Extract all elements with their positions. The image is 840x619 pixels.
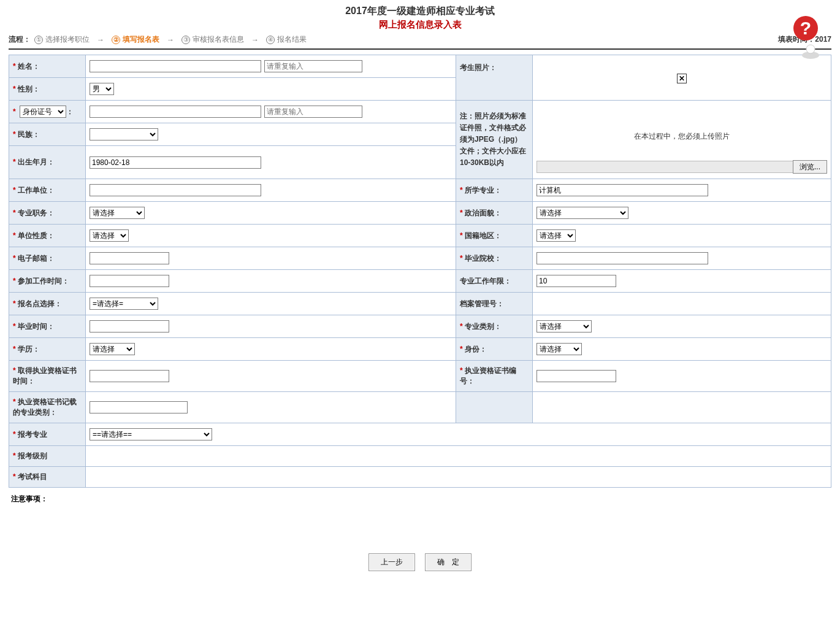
cell-cert-major xyxy=(86,392,456,423)
cert-major-input[interactable] xyxy=(90,401,188,413)
unit-nature-select[interactable]: 请选择 xyxy=(90,229,129,242)
cell-birth xyxy=(86,146,456,179)
cell-photo-upload: 在本过程中，您必须上传照片 浏览... xyxy=(533,101,831,179)
id-confirm-input[interactable] xyxy=(264,106,362,118)
divider xyxy=(9,48,831,50)
grad-school-input[interactable] xyxy=(536,252,708,264)
flow-arrow: → xyxy=(97,36,104,44)
flow-arrow: → xyxy=(167,36,174,44)
cell-ethnicity xyxy=(86,123,456,146)
id-input[interactable] xyxy=(90,106,261,118)
cell-cert-time xyxy=(86,361,456,392)
cell-pro-title: 请选择 xyxy=(86,202,456,225)
label-identity: *身份： xyxy=(456,338,533,361)
label-file-no: 档案管理号： xyxy=(456,293,533,315)
cell-major xyxy=(533,179,831,202)
confirm-button[interactable]: 确 定 xyxy=(425,553,472,571)
prev-button[interactable]: 上一步 xyxy=(368,553,415,571)
label-photo: 考生照片： xyxy=(456,55,533,101)
cell-pro-category: 请选择 xyxy=(533,315,831,338)
flow-bar: 流程： ①选择报考职位 → ②填写报名表 → ③审核报名表信息 → ④报名结果 … xyxy=(0,31,840,47)
cell-grad-time xyxy=(86,315,456,338)
education-select[interactable]: 请选择 xyxy=(90,343,135,355)
flow-step-4: ④报名结果 xyxy=(266,34,307,45)
upload-message: 在本过程中，您必须上传照片 xyxy=(536,131,827,142)
cell-work-years xyxy=(533,270,831,293)
browse-button[interactable]: 浏览... xyxy=(793,160,827,174)
registration-form-table: *姓名： 考生照片： ✕ *性别： 男 * 身份证号： 注：照片必须为标准证件照… xyxy=(9,55,831,488)
reg-point-select[interactable]: =请选择= xyxy=(90,298,158,310)
label-major: *所学专业： xyxy=(456,179,533,202)
major-input[interactable] xyxy=(536,184,708,196)
cell-cert-no xyxy=(533,361,831,392)
email-input[interactable] xyxy=(90,252,169,264)
id-type-select[interactable]: 身份证号 xyxy=(20,106,66,118)
label-grad-school: *毕业院校： xyxy=(456,247,533,270)
cell-name xyxy=(86,55,456,78)
cell-grad-school xyxy=(533,247,831,270)
cert-time-input[interactable] xyxy=(90,370,169,382)
page-subtitle: 网上报名信息录入表 xyxy=(0,19,840,31)
label-birth: *出生年月： xyxy=(9,146,86,179)
pro-category-select[interactable]: 请选择 xyxy=(536,320,592,333)
politics-select[interactable]: 请选择 xyxy=(536,207,628,219)
label-work-unit: *工作单位： xyxy=(9,179,86,202)
cell-id xyxy=(86,101,456,123)
flow-step-3: ③审核报名表信息 xyxy=(181,34,244,45)
cert-no-input[interactable] xyxy=(536,370,616,382)
flow-arrow: → xyxy=(251,36,259,44)
cell-empty-value xyxy=(533,392,831,423)
cell-unit-nature: 请选择 xyxy=(86,225,456,247)
cell-identity: 请选择 xyxy=(533,338,831,361)
cell-education: 请选择 xyxy=(86,338,456,361)
pro-title-select[interactable]: 请选择 xyxy=(90,207,145,219)
label-ethnicity: *民族： xyxy=(9,123,86,146)
cell-join-work xyxy=(86,270,456,293)
label-photo-note: 注：照片必须为标准证件照，文件格式必须为JPEG（.jpg）文件；文件大小应在1… xyxy=(456,101,533,179)
page-title: 2017年度一级建造师相应专业考试 xyxy=(0,5,840,18)
cell-work-unit xyxy=(86,179,456,202)
label-id-type: * 身份证号： xyxy=(9,101,86,123)
label-grad-time: *毕业时间： xyxy=(9,315,86,338)
cell-photo-preview: ✕ xyxy=(533,55,831,101)
flow-step-1: ①选择报考职位 xyxy=(34,34,90,45)
label-pro-category: *专业类别： xyxy=(456,315,533,338)
gender-select[interactable]: 男 xyxy=(90,83,114,95)
flow-time: 填表时间：2017 xyxy=(778,34,831,45)
label-exam-major: *报考专业 xyxy=(9,423,86,446)
nationality-select[interactable]: 请选择 xyxy=(536,229,576,242)
cell-reg-point: =请选择= xyxy=(86,293,456,315)
ethnicity-select[interactable] xyxy=(90,128,158,140)
cell-gender: 男 xyxy=(86,78,456,101)
join-work-input[interactable] xyxy=(90,275,169,287)
cell-empty xyxy=(456,392,533,423)
cell-nationality: 请选择 xyxy=(533,225,831,247)
notes-label: 注意事项： xyxy=(11,494,829,504)
label-cert-no: *执业资格证书编号： xyxy=(456,361,533,392)
work-years-input[interactable] xyxy=(536,275,616,287)
label-work-years: 专业工作年限： xyxy=(456,270,533,293)
label-cert-major: *执业资格证书记载的专业类别： xyxy=(9,392,86,423)
identity-select[interactable]: 请选择 xyxy=(536,343,582,355)
flow-step-2: ②填写报名表 xyxy=(112,34,159,45)
label-politics: *政治面貌： xyxy=(456,202,533,225)
label-exam-subject: *考试科目 xyxy=(9,467,86,488)
label-exam-level: *报考级别 xyxy=(9,446,86,467)
upload-path-field[interactable] xyxy=(536,161,793,173)
work-unit-input[interactable] xyxy=(90,184,261,196)
name-input[interactable] xyxy=(90,60,261,72)
exam-major-select[interactable]: ==请选择== xyxy=(90,428,212,440)
label-email: *电子邮箱： xyxy=(9,247,86,270)
name-confirm-input[interactable] xyxy=(264,60,362,72)
cell-exam-major: ==请选择== xyxy=(86,423,831,446)
label-nationality: *国籍地区： xyxy=(456,225,533,247)
label-unit-nature: *单位性质： xyxy=(9,225,86,247)
label-name: *姓名： xyxy=(9,55,86,78)
cell-exam-level xyxy=(86,446,831,467)
label-cert-time: *取得执业资格证书时间： xyxy=(9,361,86,392)
grad-time-input[interactable] xyxy=(90,320,169,333)
cell-file-no xyxy=(533,293,831,315)
button-bar: 上一步 确 定 xyxy=(0,553,840,571)
birth-input[interactable] xyxy=(90,156,261,169)
cell-exam-subject xyxy=(86,467,831,488)
